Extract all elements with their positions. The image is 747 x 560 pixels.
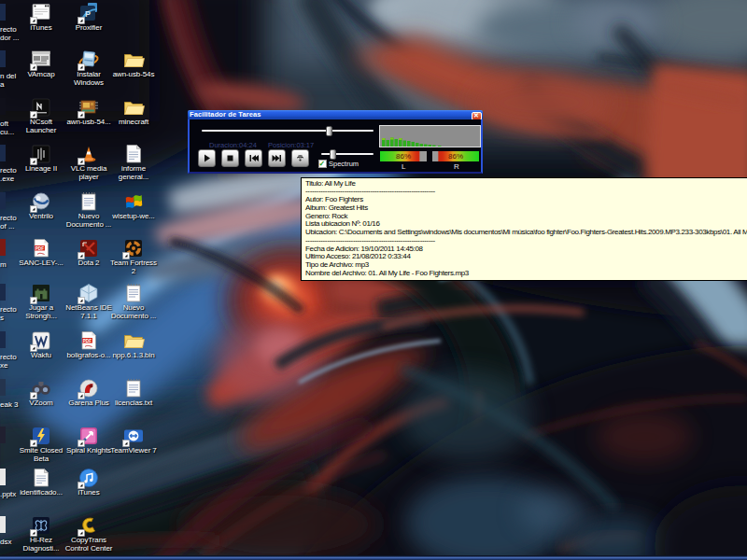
- svg-text:P: P: [85, 9, 91, 19]
- svg-text:PDF: PDF: [35, 246, 44, 251]
- svg-text:PDF: PDF: [83, 339, 92, 343]
